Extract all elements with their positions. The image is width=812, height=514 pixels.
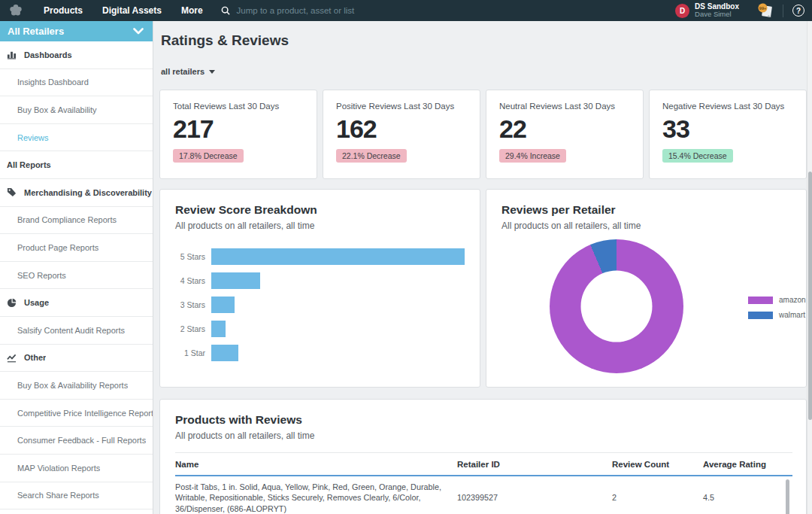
kpi-row: Total Reviews Last 30 Days 217 17.8% Dec… xyxy=(159,90,807,179)
kpi-change-badge: 29.4% Increase xyxy=(499,149,566,163)
kpi-change-badge: 22.1% Decrease xyxy=(336,149,407,163)
kpi-card-neutral-reviews: Neutral Reviews Last 30 Days 22 29.4% In… xyxy=(486,90,644,179)
cell-retailer-id: 102399527 xyxy=(457,476,612,514)
kpi-change-badge: 17.8% Decrease xyxy=(173,149,244,163)
sidebar-item-all-reports[interactable]: All Reports xyxy=(0,151,153,179)
sidebar-item-buy-box-availability[interactable]: Buy Box & Availability xyxy=(0,96,153,124)
donut-legend: amazon walmart xyxy=(748,296,806,326)
chart-subtitle: All products on all retailers, all time xyxy=(501,221,791,231)
global-search-input[interactable]: Jump to a product, asset or list xyxy=(221,6,355,15)
user-info[interactable]: DS Sandbox Dave Simel xyxy=(695,2,739,18)
user-full-name: Dave Simel xyxy=(695,11,739,18)
sidebar-item-consumer-feedback-full-reports[interactable]: Consumer Feedback - Full Reports xyxy=(0,427,153,455)
bar-1-star[interactable] xyxy=(211,345,238,361)
sidebar-item-insights-dashboard[interactable]: Insights Dashboard xyxy=(0,69,153,97)
bar-row-3-stars: 3 Stars xyxy=(175,297,465,313)
bar-row-2-stars: 2 Stars xyxy=(175,321,465,337)
search-placeholder: Jump to a product, asset or list xyxy=(237,6,355,15)
legend-entry-walmart[interactable]: walmart xyxy=(748,311,806,319)
user-avatar[interactable]: D xyxy=(675,4,689,18)
tag-icon xyxy=(7,187,17,197)
sidebar-item-other[interactable]: Other xyxy=(0,345,153,373)
bar-row-4-stars: 4 Stars xyxy=(175,272,465,289)
sidebar-item-buy-box-availability-reports[interactable]: Buy Box & Availability Reports xyxy=(0,372,153,400)
donut-chart[interactable] xyxy=(550,239,683,373)
sidebar-item-merchandising-discoverability[interactable]: Merchandising & Discoverability xyxy=(0,179,153,207)
legend-swatch-walmart xyxy=(748,312,773,319)
kpi-label: Negative Reviews Last 30 Days xyxy=(662,102,793,111)
table-header-row: Name Retailer ID Review Count Average Ra… xyxy=(175,453,792,476)
chart-title: Review Score Breakdown xyxy=(175,203,465,217)
sidebar-item-dashboards[interactable]: Dashboards xyxy=(0,41,153,69)
reviews-per-retailer-card: Reviews per Retailer All products on all… xyxy=(486,189,807,388)
navbar-divider xyxy=(783,5,783,17)
retailer-filter-label: all retailers xyxy=(161,67,205,76)
column-header-retailer-id[interactable]: Retailer ID xyxy=(457,453,612,476)
bar-3-stars[interactable] xyxy=(211,297,235,313)
chart-subtitle: All products on all retailers, all time xyxy=(175,221,465,231)
caret-down-icon xyxy=(209,70,215,74)
bar-row-5-stars: 5 Stars xyxy=(175,248,465,265)
kpi-value: 217 xyxy=(173,114,304,144)
bar-2-stars[interactable] xyxy=(211,321,226,337)
top-navbar: Products Digital Assets More Jump to a p… xyxy=(0,0,812,21)
page-scrollbar[interactable] xyxy=(807,21,812,514)
column-header-name[interactable]: Name xyxy=(175,453,457,476)
sidebar-item-brand-compliance-reports[interactable]: Brand Compliance Reports xyxy=(0,207,153,235)
svg-text:99+: 99+ xyxy=(759,6,766,11)
page-scrollbar-thumb[interactable] xyxy=(808,172,812,420)
cell-product-name: Post-it Tabs, 1 in. Solid, Aqua, Yellow,… xyxy=(175,476,457,514)
navbar-right-group: D DS Sandbox Dave Simel 99+ ? xyxy=(675,2,804,18)
line-chart-icon xyxy=(7,353,17,363)
table-subtitle: All products on all retailers, all time xyxy=(175,430,791,441)
main-content: Ratings & Reviews all retailers Total Re… xyxy=(153,21,812,514)
chart-title: Reviews per Retailer xyxy=(501,203,791,217)
nav-link-more[interactable]: More xyxy=(181,5,203,16)
sidebar-item-usage[interactable]: Usage xyxy=(0,289,153,317)
review-score-breakdown-card: Review Score Breakdown All products on a… xyxy=(159,189,480,388)
table-title: Products with Reviews xyxy=(175,413,791,427)
sidebar-item-search-share-reports[interactable]: Search Share Reports xyxy=(0,482,153,510)
donut-chart-wrap xyxy=(550,239,683,373)
kpi-card-positive-reviews: Positive Reviews Last 30 Days 162 22.1% … xyxy=(323,90,480,179)
products-table-wrap: Name Retailer ID Review Count Average Ra… xyxy=(175,452,791,514)
notifications-button[interactable]: 99+ xyxy=(757,3,774,18)
kpi-change-badge: 15.4% Decrease xyxy=(662,149,733,163)
table-row[interactable]: Post-it Tabs, 1 in. Solid, Aqua, Yellow,… xyxy=(175,476,792,514)
bar-row-1-star: 1 Star xyxy=(175,345,465,361)
kpi-card-negative-reviews: Negative Reviews Last 30 Days 33 15.4% D… xyxy=(649,90,807,179)
retailer-selector[interactable]: All Retailers xyxy=(0,21,153,41)
kpi-label: Positive Reviews Last 30 Days xyxy=(336,102,467,111)
sidebar: All Retailers Dashboards Insights Dashbo… xyxy=(0,21,153,514)
chevron-down-icon xyxy=(133,28,144,35)
salsify-logo-icon[interactable] xyxy=(8,2,24,19)
column-header-average-rating[interactable]: Average Rating xyxy=(703,453,792,476)
nav-link-digital-assets[interactable]: Digital Assets xyxy=(102,5,162,16)
kpi-label: Total Reviews Last 30 Days xyxy=(173,102,304,111)
bar-5-stars[interactable] xyxy=(211,248,465,265)
retailer-filter-dropdown[interactable]: all retailers xyxy=(161,67,215,76)
sidebar-item-map-violation-reports[interactable]: MAP Violation Reports xyxy=(0,455,153,482)
sidebar-item-seo-reports[interactable]: SEO Reports xyxy=(0,262,153,290)
products-table: Name Retailer ID Review Count Average Ra… xyxy=(175,452,792,514)
retailer-selector-label: All Retailers xyxy=(8,26,133,37)
column-header-review-count[interactable]: Review Count xyxy=(612,453,703,476)
pie-chart-icon xyxy=(7,298,17,308)
sidebar-item-salsify-content-audit-reports[interactable]: Salsify Content Audit Reports xyxy=(0,317,153,345)
legend-swatch-amazon xyxy=(748,297,773,304)
review-score-bar-chart: 5 Stars 4 Stars 3 Stars 2 Stars xyxy=(175,248,465,361)
sidebar-item-product-page-reports[interactable]: Product Page Reports xyxy=(0,234,153,262)
kpi-label: Neutral Reviews Last 30 Days xyxy=(499,102,630,111)
nav-link-products[interactable]: Products xyxy=(44,5,83,16)
bar-chart-icon xyxy=(7,50,17,59)
sidebar-item-reviews[interactable]: Reviews xyxy=(0,124,153,152)
page-title: Ratings & Reviews xyxy=(161,32,807,49)
kpi-value: 162 xyxy=(336,114,467,144)
help-button[interactable]: ? xyxy=(792,5,804,17)
legend-entry-amazon[interactable]: amazon xyxy=(748,296,806,304)
sidebar-item-competitive-price-intelligence-reports[interactable]: Competitive Price Intelligence Reports xyxy=(0,400,153,427)
bar-4-stars[interactable] xyxy=(211,272,260,289)
kpi-card-total-reviews: Total Reviews Last 30 Days 217 17.8% Dec… xyxy=(159,90,317,179)
donut-hole xyxy=(581,271,653,342)
table-scrollbar-thumb[interactable] xyxy=(786,479,789,514)
